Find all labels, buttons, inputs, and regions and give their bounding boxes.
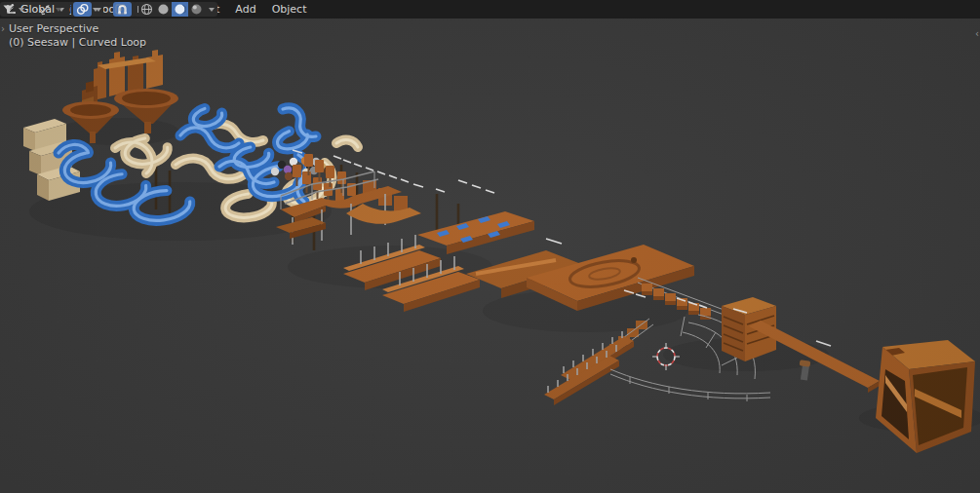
show-gizmos-toggle[interactable] (36, 2, 63, 17)
chevron-down-icon (96, 8, 101, 12)
shading-wireframe-button[interactable] (138, 2, 155, 17)
active-object-label: (0) Seesaw | Curved Loop (9, 36, 146, 49)
xray-icon (114, 3, 127, 16)
chevron-down-icon (56, 8, 61, 12)
object-types-filter-dropdown[interactable] (0, 2, 26, 17)
show-overlays-toggle[interactable] (73, 2, 92, 17)
toolbar-expand-arrow[interactable]: › (1, 24, 5, 34)
wireframe-sphere-icon (140, 3, 153, 16)
chevron-down-icon (19, 8, 24, 12)
overlays-icon (76, 3, 89, 16)
open-ramp-box[interactable] (876, 340, 975, 453)
xray-toggle[interactable] (112, 2, 129, 17)
menu-add[interactable]: Add (228, 0, 262, 19)
material-preview-sphere-icon (174, 3, 186, 16)
shading-solid-button[interactable] (155, 2, 172, 17)
viewport-canvas[interactable] (0, 19, 980, 493)
shading-rendered-button[interactable] (188, 2, 205, 17)
viewport-header: Object Mode View Select Add Object Globa… (0, 0, 980, 19)
overlays-dropdown[interactable] (94, 2, 102, 17)
3d-viewport[interactable]: User Perspective (0) Seesaw | Curved Loo… (0, 19, 980, 493)
chevron-down-icon (209, 8, 215, 12)
perspective-label: User Perspective (9, 22, 146, 35)
shading-material-preview-button[interactable] (172, 2, 188, 17)
solid-sphere-icon (157, 3, 170, 16)
railed-walkways[interactable] (544, 331, 634, 405)
menu-object[interactable]: Object (265, 0, 314, 19)
filter-funnel-icon (2, 3, 15, 16)
gizmo-arrow-icon (38, 3, 52, 16)
sidebar-expand-arrow[interactable]: ‹ (975, 29, 979, 39)
rendered-sphere-icon (190, 3, 203, 16)
shading-dropdown[interactable] (205, 2, 217, 17)
shading-mode-group (138, 2, 217, 17)
viewport-overlay-text: User Perspective (0) Seesaw | Curved Loo… (9, 22, 146, 49)
